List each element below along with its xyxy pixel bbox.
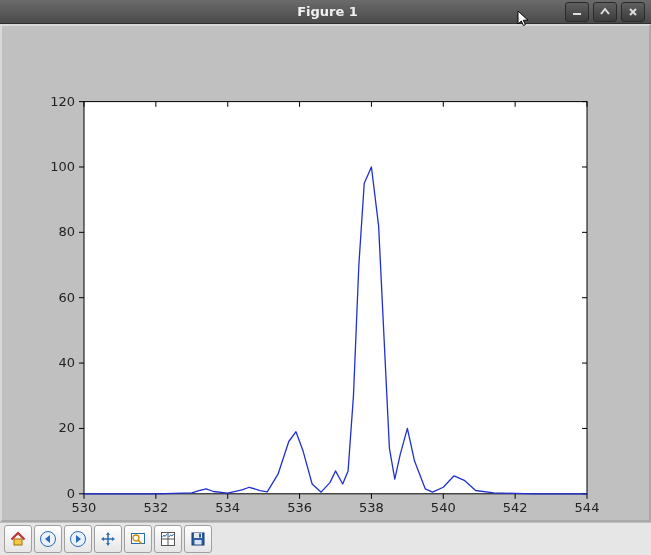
subplots-button[interactable] [154, 525, 182, 553]
x-tick-label: 532 [143, 500, 168, 515]
x-tick-label: 530 [72, 500, 97, 515]
svg-rect-17 [195, 540, 202, 545]
x-tick-label: 542 [503, 500, 528, 515]
close-icon [628, 7, 638, 17]
y-tick-label: 20 [58, 420, 75, 435]
window-controls [565, 2, 651, 22]
minimize-button[interactable] [565, 2, 589, 22]
y-tick-label: 100 [50, 159, 75, 174]
maximize-button[interactable] [593, 2, 617, 22]
save-icon [189, 530, 207, 548]
pan-button[interactable] [94, 525, 122, 553]
y-tick-label: 120 [50, 94, 75, 109]
svg-rect-16 [199, 534, 201, 538]
minimize-icon [572, 7, 582, 17]
x-tick-label: 540 [431, 500, 456, 515]
x-tick-label: 544 [575, 500, 600, 515]
move-icon [99, 530, 117, 548]
y-tick-label: 80 [58, 224, 75, 239]
figure-canvas-container: 530532534536538540542544020406080100120 [0, 24, 651, 522]
maximize-icon [600, 7, 610, 17]
save-button[interactable] [184, 525, 212, 553]
y-tick-label: 0 [67, 486, 75, 501]
zoom-button[interactable] [124, 525, 152, 553]
forward-button[interactable] [64, 525, 92, 553]
y-tick-label: 40 [58, 355, 75, 370]
zoom-rect-icon [129, 530, 147, 548]
arrow-left-icon [39, 530, 57, 548]
home-icon [9, 530, 27, 548]
y-tick-label: 60 [58, 290, 75, 305]
application-window: Figure 1 5305325345365385405425440204060… [0, 0, 651, 555]
back-button[interactable] [34, 525, 62, 553]
svg-rect-3 [14, 539, 22, 545]
plot-area [84, 102, 587, 494]
x-tick-label: 536 [287, 500, 312, 515]
x-tick-label: 538 [359, 500, 384, 515]
window-title: Figure 1 [0, 4, 565, 19]
navigation-toolbar [0, 522, 651, 555]
home-button[interactable] [4, 525, 32, 553]
close-button[interactable] [621, 2, 645, 22]
arrow-right-icon [69, 530, 87, 548]
x-tick-label: 534 [215, 500, 240, 515]
titlebar[interactable]: Figure 1 [0, 0, 651, 24]
subplots-icon [159, 530, 177, 548]
figure-canvas[interactable]: 530532534536538540542544020406080100120 [2, 26, 649, 520]
